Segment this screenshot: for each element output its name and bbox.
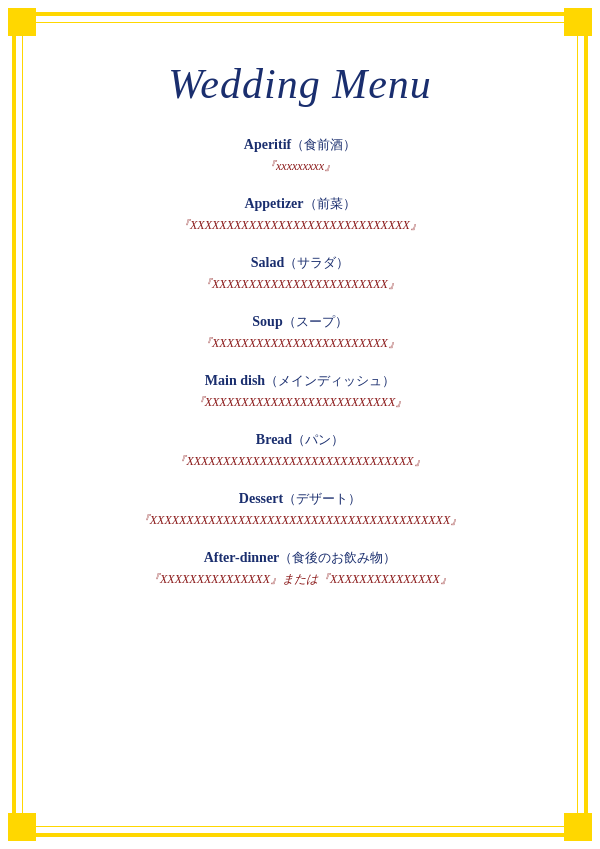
section-content-bread: 『XXXXXXXXXXXXXXXXXXXXXXXXXXXXXXX』 xyxy=(138,453,463,470)
section-japanese-soup: （スープ） xyxy=(283,314,348,329)
section-content-aperitif: 『xxxxxxxxx』 xyxy=(138,158,463,175)
menu-section-main-dish: Main dish（メインディッシュ）『XXXXXXXXXXXXXXXXXXXX… xyxy=(138,372,463,411)
section-japanese-appetizer: （前菜） xyxy=(304,196,356,211)
content: Wedding Menu Aperitif（食前酒）『xxxxxxxxx』App… xyxy=(30,30,570,819)
menu-section-bread: Bread（パン）『XXXXXXXXXXXXXXXXXXXXXXXXXXXXXX… xyxy=(138,431,463,470)
section-label-dessert: Dessert xyxy=(239,491,283,506)
section-label-after-dinner: After-dinner xyxy=(204,550,280,565)
section-label-bread: Bread xyxy=(256,432,292,447)
section-label-appetizer: Appetizer xyxy=(244,196,303,211)
section-content-salad: 『XXXXXXXXXXXXXXXXXXXXXXXX』 xyxy=(138,276,463,293)
section-label-soup: Soup xyxy=(252,314,282,329)
menu-sections: Aperitif（食前酒）『xxxxxxxxx』Appetizer（前菜）『XX… xyxy=(138,136,463,608)
section-content-main-dish: 『XXXXXXXXXXXXXXXXXXXXXXXXXX』 xyxy=(138,394,463,411)
section-japanese-main-dish: （メインディッシュ） xyxy=(265,373,395,388)
section-content-after-dinner: 『XXXXXXXXXXXXXXX』または『XXXXXXXXXXXXXXX』 xyxy=(138,571,463,588)
menu-section-salad: Salad（サラダ）『XXXXXXXXXXXXXXXXXXXXXXXX』 xyxy=(138,254,463,293)
section-title-aperitif: Aperitif（食前酒） xyxy=(138,136,463,154)
section-title-dessert: Dessert（デザート） xyxy=(138,490,463,508)
section-japanese-dessert: （デザート） xyxy=(283,491,361,506)
section-title-after-dinner: After-dinner（食後のお飲み物） xyxy=(138,549,463,567)
page-title: Wedding Menu xyxy=(168,60,432,108)
menu-section-appetizer: Appetizer（前菜）『XXXXXXXXXXXXXXXXXXXXXXXXXX… xyxy=(138,195,463,234)
section-japanese-bread: （パン） xyxy=(292,432,344,447)
section-japanese-salad: （サラダ） xyxy=(284,255,349,270)
section-content-soup: 『XXXXXXXXXXXXXXXXXXXXXXXX』 xyxy=(138,335,463,352)
section-japanese-aperitif: （食前酒） xyxy=(291,137,356,152)
section-japanese-after-dinner: （食後のお飲み物） xyxy=(279,550,396,565)
menu-section-dessert: Dessert（デザート）『XXXXXXXXXXXXXXXXXXXXXXXXXX… xyxy=(138,490,463,529)
menu-section-soup: Soup（スープ）『XXXXXXXXXXXXXXXXXXXXXXXX』 xyxy=(138,313,463,352)
menu-section-after-dinner: After-dinner（食後のお飲み物）『XXXXXXXXXXXXXXX』また… xyxy=(138,549,463,588)
section-title-soup: Soup（スープ） xyxy=(138,313,463,331)
section-content-appetizer: 『XXXXXXXXXXXXXXXXXXXXXXXXXXXXXX』 xyxy=(138,217,463,234)
section-title-main-dish: Main dish（メインディッシュ） xyxy=(138,372,463,390)
section-title-appetizer: Appetizer（前菜） xyxy=(138,195,463,213)
section-title-salad: Salad（サラダ） xyxy=(138,254,463,272)
section-label-main-dish: Main dish xyxy=(205,373,265,388)
section-content-dessert: 『XXXXXXXXXXXXXXXXXXXXXXXXXXXXXXXXXXXXXXX… xyxy=(138,512,463,529)
menu-section-aperitif: Aperitif（食前酒）『xxxxxxxxx』 xyxy=(138,136,463,175)
section-label-aperitif: Aperitif xyxy=(244,137,291,152)
section-label-salad: Salad xyxy=(251,255,284,270)
section-title-bread: Bread（パン） xyxy=(138,431,463,449)
page: Wedding Menu Aperitif（食前酒）『xxxxxxxxx』App… xyxy=(0,0,600,849)
